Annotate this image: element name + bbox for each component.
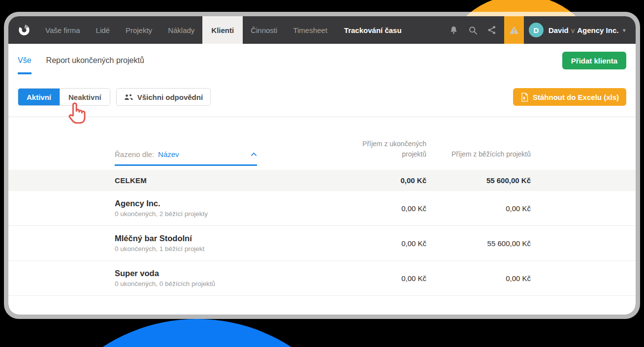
all-responsible-label: Všichni odpovědní bbox=[137, 93, 203, 101]
nav-item-lide[interactable]: Lidé bbox=[88, 16, 118, 44]
avatar: D bbox=[529, 23, 544, 37]
running-value: 0,00 Kč bbox=[426, 204, 531, 213]
clients-table: Řazeno dle: Název Příjem z ukončených pr… bbox=[8, 117, 636, 296]
column-header-finished: Příjem z ukončených projektů bbox=[343, 139, 426, 159]
filter-aktivni-button[interactable]: Aktivní bbox=[18, 89, 60, 105]
users-icon bbox=[124, 93, 133, 101]
main-nav: Vaše firma Lidé Projekty Náklady Klienti… bbox=[37, 16, 411, 44]
active-filter-group: Aktivní Neaktivní bbox=[18, 88, 110, 106]
tab-vse[interactable]: Vše bbox=[18, 44, 32, 77]
export-excel-button[interactable]: Stáhnout do Excelu (xls) bbox=[513, 88, 626, 106]
all-responsible-button[interactable]: Všichni odpovědní bbox=[116, 88, 211, 106]
user-name: David bbox=[548, 26, 569, 34]
total-row: CELKEM 0,00 Kč 55 600,00 Kč bbox=[8, 170, 636, 191]
chevron-down-icon: ▾ bbox=[622, 27, 626, 34]
table-header-row: Řazeno dle: Název Příjem z ukončených pr… bbox=[8, 117, 636, 170]
bell-icon[interactable] bbox=[444, 16, 463, 44]
nav-item-timesheet[interactable]: Timesheet bbox=[285, 16, 335, 44]
running-value: 55 600,00 Kč bbox=[426, 239, 531, 248]
column-header-running: Příjem z běžících projektů bbox=[426, 149, 531, 159]
table-row[interactable]: Mléčný bar Stodolní 0 ukončených, 1 běží… bbox=[8, 226, 636, 261]
sort-control[interactable]: Řazeno dle: Název bbox=[115, 150, 257, 166]
sort-label: Řazeno dle: bbox=[115, 150, 154, 158]
share-icon[interactable] bbox=[483, 16, 501, 44]
add-client-button[interactable]: Přidat klienta bbox=[562, 52, 626, 69]
nav-item-naklady[interactable]: Náklady bbox=[160, 16, 202, 44]
table-row[interactable]: Super voda 0 ukončených, 0 běžících proj… bbox=[8, 261, 636, 296]
warning-alert-button[interactable] bbox=[504, 16, 524, 44]
finished-value: 0,00 Kč bbox=[343, 239, 426, 248]
navbar-right: D David v Agency Inc. ▾ bbox=[444, 16, 636, 44]
user-separator: v bbox=[571, 26, 575, 34]
export-excel-label: Stáhnout do Excelu (xls) bbox=[533, 93, 619, 101]
client-subtitle: 0 ukončených, 0 běžících projektů bbox=[115, 280, 343, 287]
total-finished-value: 0,00 Kč bbox=[343, 176, 426, 185]
nav-item-vase-firma[interactable]: Vaše firma bbox=[37, 16, 88, 44]
top-navbar: Vaše firma Lidé Projekty Náklady Klienti… bbox=[8, 16, 636, 44]
running-value: 0,00 Kč bbox=[426, 274, 531, 283]
client-name[interactable]: Super voda bbox=[115, 269, 343, 278]
client-subtitle: 0 ukončených, 1 běžící projekt bbox=[115, 245, 343, 252]
chevron-up-icon bbox=[251, 152, 257, 157]
finished-value: 0,00 Kč bbox=[343, 274, 426, 283]
nav-item-cinnosti[interactable]: Činnosti bbox=[243, 16, 285, 44]
total-label: CELKEM bbox=[115, 176, 343, 185]
excel-file-icon bbox=[520, 93, 529, 102]
client-subtitle: 0 ukončených, 2 běžící projekty bbox=[115, 210, 343, 218]
warning-triangle-icon bbox=[509, 25, 519, 35]
costlocker-logo-icon[interactable] bbox=[18, 16, 31, 44]
finished-value: 0,00 Kč bbox=[343, 204, 426, 213]
decor-blue-blob bbox=[25, 319, 369, 347]
search-icon[interactable] bbox=[463, 16, 483, 44]
nav-item-trackovani-casu[interactable]: Trackování času bbox=[335, 16, 411, 44]
app-window: Vaše firma Lidé Projekty Náklady Klienti… bbox=[4, 12, 640, 319]
client-name[interactable]: Agency Inc. bbox=[115, 199, 343, 208]
total-running-value: 55 600,00 Kč bbox=[426, 176, 531, 185]
page-tabs: Vše Report ukončených projektů Přidat kl… bbox=[8, 44, 636, 77]
table-row[interactable]: Agency Inc. 0 ukončených, 2 běžící proje… bbox=[8, 191, 636, 226]
filter-bar: Aktivní Neaktivní Všichni odpovědní Stáh… bbox=[8, 77, 636, 117]
tab-report-ukoncenych-projektu[interactable]: Report ukončených projektů bbox=[46, 44, 144, 77]
sort-value: Název bbox=[158, 150, 179, 158]
nav-item-projekty[interactable]: Projekty bbox=[118, 16, 160, 44]
nav-item-klienti[interactable]: Klienti bbox=[202, 16, 243, 44]
company-name: Agency Inc. bbox=[577, 26, 618, 34]
client-name[interactable]: Mléčný bar Stodolní bbox=[115, 234, 343, 243]
user-menu[interactable]: D David v Agency Inc. ▾ bbox=[524, 16, 636, 44]
filter-neaktivni-button[interactable]: Neaktivní bbox=[60, 89, 110, 105]
